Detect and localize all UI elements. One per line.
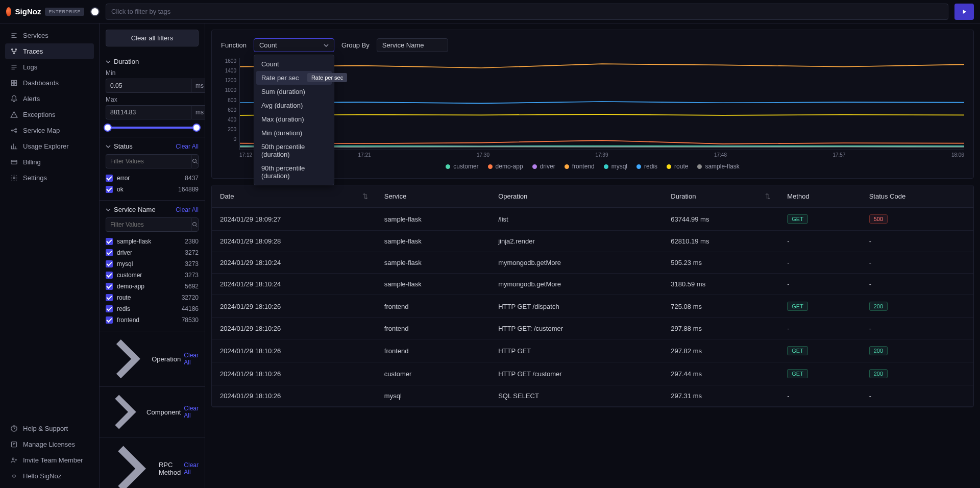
legend-item[interactable]: demo-app bbox=[488, 163, 523, 170]
clear-all-link[interactable]: Clear All bbox=[184, 405, 199, 419]
sidebar-item-billing[interactable]: Billing bbox=[5, 154, 94, 170]
table-row[interactable]: 2024/01/29 18:10:26frontendHTTP GET297.8… bbox=[212, 339, 973, 362]
min-label: Min bbox=[106, 69, 199, 77]
service-label: mysql bbox=[117, 260, 181, 267]
dropdown-item[interactable]: Max (duration) bbox=[256, 112, 332, 126]
legend-label: sample-flask bbox=[705, 163, 739, 170]
service-item[interactable]: route32720 bbox=[106, 292, 199, 303]
function-select[interactable]: Count CountRate per secRate per secSum (… bbox=[254, 38, 334, 52]
map-icon bbox=[10, 127, 18, 134]
table-row[interactable]: 2024/01/29 18:09:28sample-flaskjinja2.re… bbox=[212, 231, 973, 252]
table-row[interactable]: 2024/01/29 18:10:26mysqlSQL SELECT297.31… bbox=[212, 385, 973, 407]
legend-item[interactable]: sample-flask bbox=[697, 163, 739, 170]
clear-all-status[interactable]: Clear All bbox=[176, 143, 199, 150]
service-item[interactable]: customer3273 bbox=[106, 270, 199, 281]
theme-toggle[interactable] bbox=[90, 7, 100, 16]
sidebar-item-dashboards[interactable]: Dashboards bbox=[5, 75, 94, 91]
cell-duration: 62810.19 ms bbox=[663, 231, 779, 252]
function-label: Function bbox=[221, 41, 247, 49]
legend-item[interactable]: redis bbox=[636, 163, 657, 170]
min-input[interactable] bbox=[106, 79, 191, 93]
y-tick: 0 bbox=[233, 136, 236, 142]
legend-item[interactable]: frontend bbox=[565, 163, 595, 170]
legend-item[interactable]: customer bbox=[446, 163, 478, 170]
table-row[interactable]: 2024/01/29 18:10:26frontendHTTP GET /dis… bbox=[212, 295, 973, 318]
status-item[interactable]: ok164889 bbox=[106, 184, 199, 195]
function-dropdown: CountRate per secRate per secSum (durati… bbox=[254, 55, 334, 185]
clear-all-filters-button[interactable]: Clear all filters bbox=[106, 30, 199, 46]
dropdown-item[interactable]: Rate per secRate per sec bbox=[256, 71, 332, 85]
sidebar-item-usage-explorer[interactable]: Usage Explorer bbox=[5, 138, 94, 154]
cell-method: - bbox=[779, 385, 861, 407]
service-item[interactable]: frontend78530 bbox=[106, 314, 199, 326]
cell-date: 2024/01/29 18:09:27 bbox=[212, 208, 376, 231]
sidebar-item-hello-signoz[interactable]: Hello SigNoz bbox=[5, 468, 94, 484]
cell-operation: HTTP GET /dispatch bbox=[490, 295, 663, 318]
duration-slider[interactable] bbox=[106, 127, 199, 129]
sidebar-item-alerts[interactable]: Alerts bbox=[5, 91, 94, 107]
table-row[interactable]: 2024/01/29 18:10:24sample-flaskmymongodb… bbox=[212, 252, 973, 274]
svg-rect-3 bbox=[12, 81, 14, 83]
sidebar-item-settings[interactable]: Settings bbox=[5, 170, 94, 186]
search-icon bbox=[192, 158, 198, 164]
cell-date: 2024/01/29 18:09:28 bbox=[212, 231, 376, 252]
clear-all-link[interactable]: Clear All bbox=[184, 461, 199, 476]
service-item[interactable]: driver3272 bbox=[106, 247, 199, 258]
cell-status: - bbox=[861, 252, 973, 274]
brand-name: SigNoz bbox=[15, 7, 41, 16]
service-search-input[interactable] bbox=[106, 217, 191, 232]
sidebar-item-services[interactable]: Services bbox=[5, 28, 94, 43]
table-row[interactable]: 2024/01/29 18:09:27sample-flask/list6374… bbox=[212, 208, 973, 231]
dropdown-item[interactable]: Avg (duration) bbox=[256, 99, 332, 112]
tag-filter-input[interactable]: Click to filter by tags bbox=[106, 4, 948, 20]
dropdown-item[interactable]: Sum (duration) bbox=[256, 85, 332, 99]
col-duration[interactable]: Duration⇅ bbox=[663, 185, 779, 208]
max-input[interactable] bbox=[106, 105, 191, 119]
chevron-down-icon bbox=[324, 43, 329, 48]
y-tick: 600 bbox=[228, 107, 236, 113]
sidebar-item-invite-team-member[interactable]: Invite Team Member bbox=[5, 452, 94, 468]
sidebar-item-logs[interactable]: Logs bbox=[5, 59, 94, 75]
table-row[interactable]: 2024/01/29 18:10:24sample-flaskmymongodb… bbox=[212, 274, 973, 295]
cell-method: GET bbox=[779, 339, 861, 362]
col-date[interactable]: Date⇅ bbox=[212, 185, 376, 208]
status-item[interactable]: error8437 bbox=[106, 173, 199, 184]
y-tick: 1400 bbox=[225, 68, 236, 74]
sidebar-item-manage-licenses[interactable]: Manage Licenses bbox=[5, 436, 94, 452]
dropdown-item[interactable]: 50th percentile (duration) bbox=[256, 140, 332, 161]
cell-duration: 63744.99 ms bbox=[663, 208, 779, 231]
sidebar-item-service-map[interactable]: Service Map bbox=[5, 123, 94, 138]
table-row[interactable]: 2024/01/29 18:10:26frontendHTTP GET: /cu… bbox=[212, 318, 973, 339]
run-button[interactable] bbox=[954, 4, 974, 20]
x-tick: 17:57 bbox=[832, 152, 845, 158]
service-search-button[interactable] bbox=[191, 217, 199, 232]
checkbox-icon bbox=[106, 283, 113, 290]
service-item[interactable]: redis44186 bbox=[106, 303, 199, 314]
sidebar-item-help-support[interactable]: Help & Support bbox=[5, 421, 94, 436]
legend-item[interactable]: mysql bbox=[604, 163, 627, 170]
table-row[interactable]: 2024/01/29 18:10:26customerHTTP GET /cus… bbox=[212, 362, 973, 385]
chart-line bbox=[240, 146, 964, 147]
dropdown-item[interactable]: 90th percentile (duration) bbox=[256, 161, 332, 183]
sidebar-item-exceptions[interactable]: Exceptions bbox=[5, 107, 94, 123]
status-search-input[interactable] bbox=[106, 154, 191, 168]
svg-rect-4 bbox=[14, 81, 16, 83]
sidebar-item-traces[interactable]: Traces bbox=[5, 43, 94, 59]
svg-rect-10 bbox=[11, 160, 17, 164]
clear-all-service-name[interactable]: Clear All bbox=[176, 206, 199, 213]
cell-duration: 297.44 ms bbox=[663, 362, 779, 385]
service-item[interactable]: demo-app5692 bbox=[106, 281, 199, 292]
chart-card: Function Count CountRate per secRate per… bbox=[211, 30, 974, 179]
group-by-input[interactable]: Service Name bbox=[377, 38, 448, 52]
legend-item[interactable]: route bbox=[667, 163, 688, 170]
method-pill: GET bbox=[787, 369, 808, 378]
cell-duration: 297.88 ms bbox=[663, 318, 779, 339]
status-search-button[interactable] bbox=[191, 154, 199, 168]
legend-item[interactable]: driver bbox=[532, 163, 555, 170]
dropdown-item[interactable]: Count bbox=[256, 57, 332, 71]
cell-method: GET bbox=[779, 362, 861, 385]
dropdown-item[interactable]: Min (duration) bbox=[256, 126, 332, 140]
service-item[interactable]: sample-flask2380 bbox=[106, 236, 199, 247]
service-item[interactable]: mysql3273 bbox=[106, 258, 199, 270]
clear-all-link[interactable]: Clear All bbox=[184, 352, 199, 366]
